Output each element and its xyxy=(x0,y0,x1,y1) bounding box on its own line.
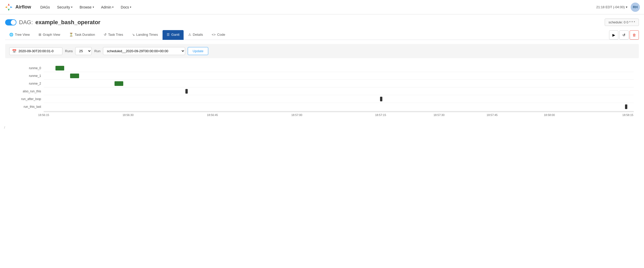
run-button[interactable]: ▶ xyxy=(609,30,618,40)
svg-marker-1 xyxy=(10,6,12,8)
datetime-display[interactable]: 21:18 EDT (-04:00) ▾ xyxy=(596,5,628,9)
date-input[interactable] xyxy=(18,49,60,53)
tab-gantt[interactable]: ☰ Gantt xyxy=(163,30,184,40)
gantt-body: 18:56:15 18:56:30 18:56:45 18:57:00 18:5… xyxy=(44,64,634,119)
gantt-chart: runme_0 runme_1 runme_2 also_run_this ru… xyxy=(10,64,634,119)
gantt-row-runme1 xyxy=(44,72,634,80)
refresh-icon: ↺ xyxy=(622,33,626,37)
run-label: Run xyxy=(94,49,100,53)
dag-title-area: DAG: example_bash_operator xyxy=(5,19,100,26)
nav-dags[interactable]: DAGs xyxy=(37,3,53,11)
gantt-bar-runme0[interactable] xyxy=(55,66,64,70)
axis-label-4: 18:57:15 xyxy=(375,113,386,117)
brand-logo[interactable]: Airflow xyxy=(4,3,31,12)
calendar-icon: 📅 xyxy=(12,49,16,53)
axis-label-7: 18:58:00 xyxy=(544,113,555,117)
gantt-label-runme2: runme_2 xyxy=(10,80,44,87)
tab-task-tries[interactable]: ↺ Task Tries xyxy=(100,30,127,40)
dag-name: example_bash_operator xyxy=(35,19,100,26)
tries-icon: ↺ xyxy=(104,33,107,37)
admin-caret-icon: ▾ xyxy=(112,6,113,8)
refresh-button[interactable]: ↺ xyxy=(619,30,629,40)
browse-caret-icon: ▾ xyxy=(93,6,94,8)
gantt-x-axis: 18:56:15 18:56:30 18:56:45 18:57:00 18:5… xyxy=(44,112,634,119)
axis-label-1: 18:56:30 xyxy=(122,113,134,117)
security-caret-icon: ▾ xyxy=(71,6,72,8)
dag-label: DAG: xyxy=(19,19,33,26)
update-button[interactable]: Update xyxy=(188,47,208,55)
gantt-label-last: run_this_last xyxy=(10,103,44,111)
brand-name: Airflow xyxy=(15,4,31,10)
runs-select[interactable]: 25 50 100 xyxy=(75,47,92,55)
axis-label-2: 18:56:45 xyxy=(207,113,218,117)
airflow-logo-icon xyxy=(4,3,13,12)
gantt-bar-last[interactable] xyxy=(625,104,627,109)
user-avatar[interactable]: RH xyxy=(631,3,640,12)
duration-icon: ⏳ xyxy=(69,33,73,37)
axis-label-8: 18:58:15 xyxy=(622,113,633,117)
svg-marker-2 xyxy=(8,8,10,11)
axis-label-0: 18:56:15 xyxy=(38,113,49,117)
nav-admin[interactable]: Admin ▾ xyxy=(98,3,117,11)
nav-menu: DAGs Security ▾ Browse ▾ Admin ▾ Docs ▾ xyxy=(37,3,596,11)
landing-icon: ↘ xyxy=(132,33,135,37)
nav-docs[interactable]: Docs ▾ xyxy=(118,3,134,11)
svg-marker-0 xyxy=(8,3,10,6)
delete-button[interactable]: 🗑 xyxy=(630,30,639,40)
run-select[interactable]: scheduled__2020-09-29T00:00:00+00:00 xyxy=(103,47,185,55)
axis-label-3: 18:57:00 xyxy=(291,113,302,117)
tab-code[interactable]: <> Code xyxy=(208,30,229,40)
nav-security[interactable]: Security ▾ xyxy=(54,3,75,11)
datetime-caret-icon: ▾ xyxy=(626,5,628,9)
gantt-label-also: also_run_this xyxy=(10,87,44,95)
filter-bar: 📅 Runs 25 50 100 Run scheduled__2020-09-… xyxy=(5,44,639,58)
gantt-row-after xyxy=(44,95,634,103)
tab-details[interactable]: ⚠ Details xyxy=(184,30,207,40)
gantt-bar-runme2[interactable] xyxy=(115,81,123,86)
gantt-row-last xyxy=(44,103,634,111)
gantt-bar-after[interactable] xyxy=(380,97,382,101)
tab-graph-view[interactable]: ⊞ Graph View xyxy=(34,30,64,40)
gantt-rows xyxy=(44,64,634,111)
code-icon: <> xyxy=(212,33,216,37)
details-icon: ⚠ xyxy=(188,33,191,37)
gantt-bar-runme1[interactable] xyxy=(70,74,79,78)
axis-label-6: 18:57:45 xyxy=(487,113,498,117)
schedule-badge: schedule: 0 0 * * * xyxy=(605,19,639,26)
tab-actions: ▶ ↺ 🗑 xyxy=(609,30,639,40)
gantt-label-after: run_after_loop xyxy=(10,95,44,103)
dag-header: DAG: example_bash_operator schedule: 0 0… xyxy=(5,19,639,26)
tab-tree-view[interactable]: 🌐 Tree View xyxy=(5,30,34,40)
tab-landing-times[interactable]: ↘ Landing Times xyxy=(128,30,162,40)
gantt-bar-also[interactable] xyxy=(185,89,188,94)
graph-icon: ⊞ xyxy=(39,33,41,37)
gantt-area: runme_0 runme_1 runme_2 also_run_this ru… xyxy=(5,64,639,119)
navbar: Airflow DAGs Security ▾ Browse ▾ Admin ▾… xyxy=(0,0,644,14)
tab-task-duration[interactable]: ⏳ Task Duration xyxy=(65,30,99,40)
gantt-label-runme0: runme_0 xyxy=(10,64,44,72)
footer: / xyxy=(0,123,644,131)
gantt-label-runme1: runme_1 xyxy=(10,72,44,80)
tab-bar: 🌐 Tree View ⊞ Graph View ⏳ Task Duration… xyxy=(5,30,639,40)
gantt-row-also xyxy=(44,87,634,95)
dag-toggle[interactable] xyxy=(5,19,16,25)
axis-label-5: 18:57:30 xyxy=(433,113,444,117)
docs-caret-icon: ▾ xyxy=(130,6,131,8)
date-input-wrap: 📅 xyxy=(9,47,62,55)
svg-marker-3 xyxy=(5,6,7,8)
main-content: DAG: example_bash_operator schedule: 0 0… xyxy=(0,14,644,123)
gantt-row-runme0 xyxy=(44,64,634,72)
nav-browse[interactable]: Browse ▾ xyxy=(77,3,97,11)
runs-label: Runs xyxy=(65,49,73,53)
run-icon: ▶ xyxy=(612,33,615,37)
tree-icon: 🌐 xyxy=(9,33,13,37)
navbar-right: 21:18 EDT (-04:00) ▾ RH xyxy=(596,3,640,12)
gantt-task-labels: runme_0 runme_1 runme_2 also_run_this ru… xyxy=(10,64,44,119)
gantt-icon: ☰ xyxy=(167,33,170,37)
delete-icon: 🗑 xyxy=(632,33,636,37)
gantt-row-runme2 xyxy=(44,80,634,87)
